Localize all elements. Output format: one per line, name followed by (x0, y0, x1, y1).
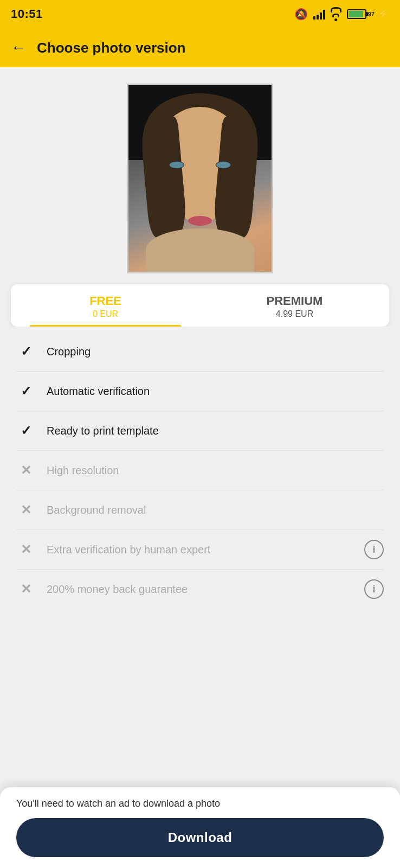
feature-money-back: ✕ 200% money back guarantee i (16, 570, 384, 609)
eye-right (216, 161, 231, 169)
battery-level: 97 (368, 11, 375, 17)
status-icons: 🔕 97 ⚡ (294, 7, 389, 21)
page-title: Choose photo version (37, 40, 185, 56)
feature-cropping-text: Cropping (47, 346, 384, 358)
download-button[interactable]: Download (16, 818, 384, 857)
info-button-extra-verification[interactable]: i (364, 540, 384, 559)
feature-cropping: ✓ Cropping (16, 332, 384, 372)
photo-container (0, 67, 400, 284)
main-content: FREE 0 EUR PREMIUM 4.99 EUR ✓ Cropping ✓… (0, 67, 400, 690)
notification-icon: 🔕 (294, 8, 308, 21)
status-time: 10:51 (11, 7, 43, 21)
photo-frame (127, 84, 273, 273)
cross-icon: ✕ (16, 579, 36, 599)
feature-ready-to-print-text: Ready to print template (47, 425, 384, 437)
charging-icon: ⚡ (377, 8, 389, 20)
status-bar: 10:51 🔕 97 ⚡ (0, 0, 400, 28)
feature-extra-verification: ✕ Extra verification by human expert i (16, 530, 384, 570)
tab-premium-price: 4.99 EUR (205, 309, 384, 319)
back-button[interactable]: ← (11, 39, 26, 56)
feature-ready-to-print: ✓ Ready to print template (16, 411, 384, 451)
tab-free-price: 0 EUR (16, 309, 195, 319)
eye-left (169, 161, 184, 169)
check-icon: ✓ (16, 381, 36, 401)
battery-indicator: 97 ⚡ (347, 8, 389, 20)
tab-premium-label: PREMIUM (205, 294, 384, 308)
page-header: ← Choose photo version (0, 28, 400, 67)
cross-icon: ✕ (16, 540, 36, 559)
feature-automatic-verification: ✓ Automatic verification (16, 372, 384, 411)
signal-icon (313, 9, 325, 20)
bottom-panel: You'll need to watch an ad to download a… (0, 787, 400, 868)
tab-free[interactable]: FREE 0 EUR (11, 284, 200, 327)
tab-free-label: FREE (16, 294, 195, 308)
lips (188, 216, 212, 226)
ad-notice-text: You'll need to watch an ad to download a… (16, 798, 384, 809)
feature-automatic-verification-text: Automatic verification (47, 385, 384, 398)
check-icon: ✓ (16, 421, 36, 441)
check-icon: ✓ (16, 342, 36, 361)
photo-placeholder (128, 85, 272, 272)
tab-premium[interactable]: PREMIUM 4.99 EUR (200, 284, 389, 327)
version-tabs: FREE 0 EUR PREMIUM 4.99 EUR (11, 284, 389, 327)
cross-icon: ✕ (16, 461, 36, 480)
feature-high-resolution: ✕ High resolution (16, 451, 384, 490)
feature-background-removal-text: Background removal (47, 504, 384, 516)
feature-high-resolution-text: High resolution (47, 464, 384, 477)
info-button-money-back[interactable]: i (364, 579, 384, 599)
feature-money-back-text: 200% money back guarantee (47, 583, 353, 596)
wifi-icon (331, 7, 341, 21)
feature-extra-verification-text: Extra verification by human expert (47, 544, 353, 556)
features-list: ✓ Cropping ✓ Automatic verification ✓ Re… (0, 327, 400, 614)
feature-background-removal: ✕ Background removal (16, 490, 384, 530)
cross-icon: ✕ (16, 500, 36, 520)
